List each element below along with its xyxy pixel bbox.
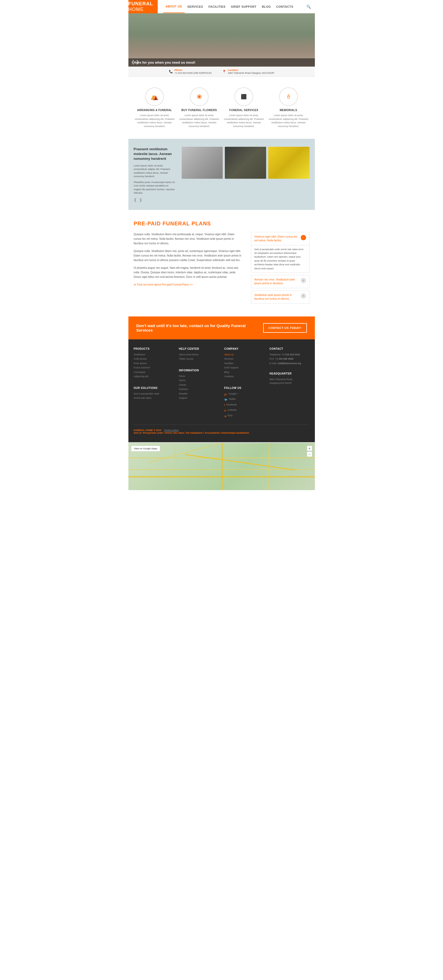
footer-link-proin[interactable]: Proin dictum — [134, 362, 174, 366]
nav-services[interactable]: SERVICES — [185, 0, 206, 13]
footer-bottom: FUNERAL HOME © 2014 Privacy policy Sed u… — [134, 429, 309, 434]
social-facebook-link[interactable]: Facebook — [226, 403, 237, 407]
service-memorials: 🕯 MEMORIALS Lorem ipsum dolor sit amet, … — [268, 88, 309, 128]
footer-link-fusce[interactable]: Fusce euismod — [134, 366, 174, 370]
gallery-section: Praesent vestibulum molestie lacus. Aene… — [128, 139, 315, 210]
nav-about-us[interactable]: ABOUT US — [163, 0, 185, 13]
social-rss[interactable]: ⊕ RSS — [224, 414, 264, 418]
prepaid-left: Quisque nulla. Vestibulum libero nisl po… — [134, 232, 243, 306]
footer-info-title: INFORMATION — [179, 369, 219, 372]
accordion-item-1: Vivamus eget nibh. Etiam cursus leo vel … — [251, 232, 309, 273]
footer-contact: CONTACT Telephone: +1 919 603 0325 FAX: … — [269, 347, 309, 420]
social-twitter[interactable]: 🐦 Twitter — [224, 398, 264, 402]
phone-icon: 📞 — [169, 70, 173, 73]
accordion-btn-1[interactable]: − — [301, 235, 306, 240]
gallery-desc1: Lorem ipsum dolor sit amet, consectetuer… — [134, 164, 176, 178]
gallery-image-dark[interactable] — [225, 147, 266, 179]
service-title-memorials: MEMORIALS — [268, 109, 309, 111]
service-desc-funeral: Lorem ipsum dolor sit amet, consectetuer… — [223, 114, 265, 128]
nav-grief-support[interactable]: GRIEF SUPPORT — [228, 0, 259, 13]
gallery-text: Praesent vestibulum molestie lacus. Aene… — [134, 147, 176, 202]
footer-info-partners[interactable]: Partners — [179, 388, 219, 391]
footer-info-support[interactable]: Support — [179, 396, 219, 400]
gallery-prev-btn[interactable]: ❮ — [134, 198, 137, 202]
nav-blog[interactable]: BLOG — [259, 0, 274, 13]
social-twitter-link[interactable]: Twitter — [229, 398, 236, 401]
footer-link-vestibulum[interactable]: Vestibulum — [134, 353, 174, 357]
service-circle-memorials: 🕯 — [279, 88, 298, 106]
prepaid-title: PRE-PAID FUNERAL PLANS — [134, 221, 309, 227]
gallery-next-btn[interactable]: ❯ — [139, 198, 142, 202]
prepaid-content: Quisque nulla. Vestibulum libero nisl po… — [134, 232, 309, 306]
gallery-image-yellow[interactable] — [268, 147, 309, 179]
footer-link-adipiscing[interactable]: Adipiscing elit — [134, 375, 174, 379]
accordion-btn-3[interactable]: + — [301, 293, 306, 299]
social-google[interactable]: g+ Google + — [224, 392, 264, 397]
footer-link-consequat[interactable]: Consequat — [134, 371, 174, 374]
footer-company-about[interactable]: About us — [224, 353, 264, 357]
accordion-item-3: Vestibulum ante ipsum primis in faucibus… — [251, 290, 309, 304]
social-linkedin[interactable]: in LinkedIn — [224, 408, 264, 413]
footer-telephone: Telephone: +1 919 603 0325 — [269, 353, 309, 357]
footer-help: HELP CENTER Varius amet dincto Tollam ac… — [179, 347, 219, 420]
footer-info-clients[interactable]: Clients — [179, 383, 219, 387]
prepaid-section: PRE-PAID FUNERAL PLANS Quisque nulla. Ve… — [128, 210, 315, 317]
prepaid-link[interactable]: ✉ Find out more about Pre-paid Funeral P… — [134, 283, 243, 286]
main-nav: ABOUT US SERVICES FACILITIES GRIEF SUPPO… — [158, 0, 306, 13]
service-circle-flowers: ❀ — [190, 88, 209, 106]
footer-privacy[interactable]: Privacy policy — [164, 429, 179, 431]
facebook-icon: f — [224, 404, 225, 407]
hero-prev-arrow[interactable]: ❮ — [131, 59, 134, 64]
accordion-btn-2[interactable]: + — [301, 278, 306, 283]
social-facebook[interactable]: f Facebook — [224, 403, 264, 407]
footer-info-reseller[interactable]: Reseller — [179, 392, 219, 396]
footer-company-contacts[interactable]: Contacts — [224, 375, 264, 379]
hero-overlay: ❮ ❯ Here for you when you need us most! — [128, 58, 315, 67]
services-section: ⛺ ARRANGING A FUNERAL Lorem ipsum dolor … — [128, 77, 315, 139]
map-zoom-in[interactable]: + — [307, 445, 312, 451]
nav-facilities[interactable]: FACILITIES — [206, 0, 228, 13]
footer-products-title: PRODUCTS — [134, 347, 174, 350]
footer-info-terms[interactable]: Terms — [179, 379, 219, 382]
footer-solutions-link1[interactable]: Sed ut perspiciatis unde — [134, 392, 174, 396]
twitter-icon: 🐦 — [224, 398, 228, 401]
gallery-image-silver[interactable] — [182, 147, 223, 179]
services-grid: ⛺ ARRANGING A FUNERAL Lorem ipsum dolor … — [134, 88, 309, 128]
service-circle-funeral: ⬛ — [234, 88, 253, 106]
gallery-images — [182, 147, 309, 179]
footer-info-press[interactable]: Press — [179, 374, 219, 378]
linkedin-icon: in — [224, 409, 226, 412]
footer-help-link1[interactable]: Varius amet dincto — [179, 353, 219, 357]
footer-company-blog[interactable]: Blog — [224, 371, 264, 374]
location-value: 4987 Filaments Road Glasgow, DO4 6NOR — [228, 72, 274, 74]
social-rss-link[interactable]: RSS — [228, 414, 233, 418]
footer-help-link2[interactable]: Tollam accisa — [179, 357, 219, 361]
footer-solutions-title: OUR SOLUTIONS — [134, 387, 174, 390]
social-linkedin-link[interactable]: LinkedIn — [228, 408, 237, 412]
footer-year: © 2014 — [153, 429, 161, 431]
gallery-desc2: Phasellus porta. Fuuascuspit varius mi. … — [134, 181, 176, 195]
footer-company-grief[interactable]: Grief Support — [224, 366, 264, 370]
search-icon[interactable]: 🔍 — [306, 5, 311, 9]
footer-link-culla[interactable]: Culla lacinia — [134, 357, 174, 361]
social-google-link[interactable]: Google + — [229, 392, 238, 396]
location-label: Location: — [228, 69, 274, 72]
site-header: FUNERAL HOME ABOUT US SERVICES FACILITIE… — [128, 0, 315, 13]
footer-follow-title: FOLLOW US — [224, 387, 264, 390]
accordion-header-2[interactable]: Aenean nec eros. Vestibulum ante ipsum p… — [251, 275, 309, 288]
logo[interactable]: FUNERAL HOME — [128, 0, 158, 13]
footer-solutions-link2[interactable]: Omnis iste natus — [134, 396, 174, 400]
footer-company-facilities[interactable]: Facilities — [224, 362, 264, 366]
map-zoom-out[interactable]: − — [307, 452, 312, 457]
cta-button[interactable]: CONTACT US TODAY! — [263, 323, 307, 333]
prepaid-para3: Ut pharetra augue nec augue. Nam elit ma… — [134, 266, 243, 279]
accordion-header-3[interactable]: Vestibulum ante ipsum primis in faucibus… — [251, 291, 309, 304]
footer-company-services[interactable]: Services — [224, 357, 264, 361]
hero-next-arrow[interactable]: ❯ — [136, 59, 139, 64]
view-on-map-button[interactable]: View on Google Maps — [131, 445, 160, 452]
accordion-header-1[interactable]: Vivamus eget nibh. Etiam cursus leo vel … — [251, 232, 309, 245]
footer-contact-title: CONTACT — [269, 347, 309, 350]
service-title-arranging: ARRANGING A FUNERAL — [134, 109, 176, 111]
service-title-funeral: FUNERAL SERVICES — [223, 109, 265, 111]
nav-contacts[interactable]: CONTACTS — [274, 0, 296, 13]
